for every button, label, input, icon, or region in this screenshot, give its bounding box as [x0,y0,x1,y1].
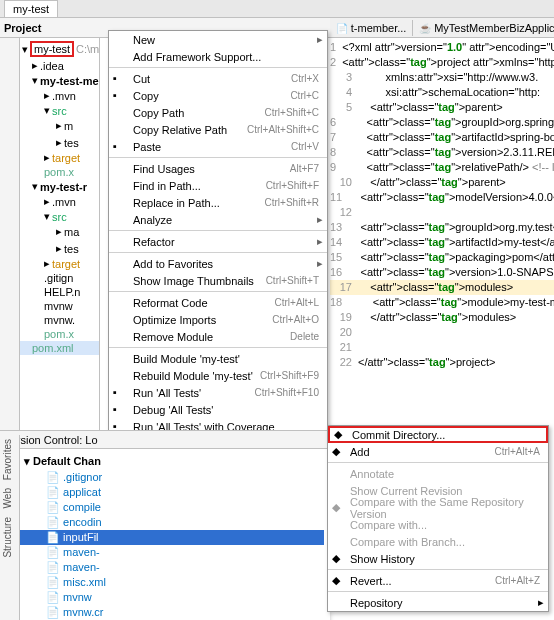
menu-optimize-imports[interactable]: Optimize ImportsCtrl+Alt+O [109,311,327,328]
version-control-panel: Version Control: Lo ▾ Default Chan 📄 .gi… [0,430,330,620]
menu-replace-in-path-[interactable]: Replace in Path...Ctrl+Shift+R [109,194,327,211]
git-submenu[interactable]: ◆Commit Directory...◆AddCtrl+Alt+AAnnota… [327,425,549,612]
revert-icon: ◆ [332,574,340,587]
cut-icon: ▪ [113,72,127,86]
menu-add-framework-support-[interactable]: Add Framework Support... [109,48,327,65]
vc-file-maven-[interactable]: 📄 maven- [6,545,324,560]
menu-debug-all-tests-[interactable]: ▪Debug 'All Tests' [109,401,327,418]
git-menu-compare-with-branch-: Compare with Branch... [328,533,548,550]
project-panel-label[interactable]: Project [4,22,41,34]
menu-cut[interactable]: ▪CutCtrl+X [109,70,327,87]
vc-file-mvnw.cr[interactable]: 📄 mvnw.cr [6,605,324,620]
debug-icon: ▪ [113,403,127,417]
vc-file-applicat[interactable]: 📄 applicat [6,485,324,500]
compare-icon: ◆ [332,501,340,514]
left-gutter [0,38,20,448]
vc-file-mvnw[interactable]: 📄 mvnw [6,590,324,605]
commit-icon: ◆ [334,428,342,441]
git-menu-compare-with-: Compare with... [328,516,548,533]
menu-copy[interactable]: ▪CopyCtrl+C [109,87,327,104]
vc-file-compile[interactable]: 📄 compile [6,500,324,515]
menu-rebuild-module-my-test-[interactable]: Rebuild Module 'my-test'Ctrl+Shift+F9 [109,367,327,384]
window-tab-strip: my-test [0,0,554,18]
menu-new[interactable]: New [109,31,327,48]
menu-run-all-tests-[interactable]: ▪Run 'All Tests'Ctrl+Shift+F10 [109,384,327,401]
copy-icon: ▪ [113,89,127,103]
code-editor[interactable]: 1<?xml attr">version="1.0" attr">encodin… [330,38,554,372]
vc-file-misc.xml[interactable]: 📄 misc.xml [6,575,324,590]
tree-root[interactable]: my-test [30,41,74,57]
add-icon: ◆ [332,445,340,458]
menu-reformat-code[interactable]: Reformat CodeCtrl+Alt+L [109,294,327,311]
vc-file-inputFil[interactable]: 📄 inputFil [6,530,324,545]
git-menu-add[interactable]: ◆AddCtrl+Alt+A [328,443,548,460]
vc-file-encodin[interactable]: 📄 encodin [6,515,324,530]
git-menu-revert-[interactable]: ◆Revert...Ctrl+Alt+Z [328,572,548,589]
git-menu-repository[interactable]: Repository▸ [328,594,548,611]
editor-area: 📄 t-member... ☕ MyTestMemberBizApplicati… [330,18,554,372]
vc-file-.gitignor[interactable]: 📄 .gitignor [6,470,324,485]
tab-app-java[interactable]: ☕ MyTestMemberBizApplication.java [413,20,554,36]
vc-file-maven-[interactable]: 📄 maven- [6,560,324,575]
menu-paste[interactable]: ▪PasteCtrl+V [109,138,327,155]
menu-analyze[interactable]: Analyze [109,211,327,228]
menu-copy-relative-path[interactable]: Copy Relative PathCtrl+Alt+Shift+C [109,121,327,138]
git-menu-show-history[interactable]: ◆Show History [328,550,548,567]
side-tab-bar[interactable]: Favorites Web Structure [0,435,20,620]
menu-show-image-thumbnails[interactable]: Show Image ThumbnailsCtrl+Shift+T [109,272,327,289]
menu-copy-path[interactable]: Copy PathCtrl+Shift+C [109,104,327,121]
menu-remove-module[interactable]: Remove ModuleDelete [109,328,327,345]
menu-add-to-favorites[interactable]: Add to Favorites [109,255,327,272]
editor-tabs[interactable]: 📄 t-member... ☕ MyTestMemberBizApplicati… [330,18,554,38]
git-menu-annotate: Annotate [328,465,548,482]
menu-find-usages[interactable]: Find UsagesAlt+F7 [109,160,327,177]
window-title: my-test [4,0,58,17]
paste-icon: ▪ [113,140,127,154]
git-menu-commit-directory-[interactable]: ◆Commit Directory... [328,426,548,443]
menu-find-in-path-[interactable]: Find in Path...Ctrl+Shift+F [109,177,327,194]
menu-refactor[interactable]: Refactor [109,233,327,250]
git-menu-compare-with-the-same-repository-version: ◆Compare with the Same Repository Versio… [328,499,548,516]
project-tree[interactable]: ▾my-testC:\my ▸ .idea ▾ my-test-mem ▸ .m… [20,38,100,448]
vc-changes[interactable]: ▾ Default Chan 📄 .gitignor📄 applicat📄 co… [0,449,330,620]
run-icon: ▪ [113,386,127,400]
tab-member[interactable]: 📄 t-member... [330,20,413,36]
history-icon: ◆ [332,552,340,565]
menu-build-module-my-test-[interactable]: Build Module 'my-test' [109,350,327,367]
